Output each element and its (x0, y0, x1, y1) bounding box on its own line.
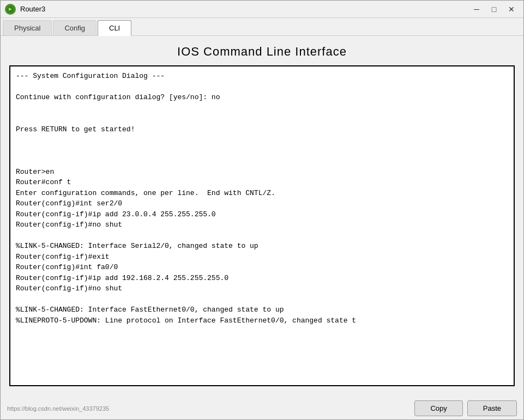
app-icon (5, 4, 16, 15)
title-bar: Router3 ─ □ ✕ (1, 1, 523, 18)
close-button[interactable]: ✕ (504, 3, 519, 15)
bottom-bar: https://blog.csdn.net/weixin_43379235 Co… (1, 395, 523, 419)
cli-title: IOS Command Line Interface (9, 45, 515, 59)
tab-bar: Physical Config CLI (1, 18, 523, 36)
tab-cli[interactable]: CLI (98, 20, 131, 36)
copy-button[interactable]: Copy (414, 400, 462, 416)
tab-physical[interactable]: Physical (3, 20, 52, 35)
action-buttons: Copy Paste (414, 400, 517, 416)
minimize-button[interactable]: ─ (469, 3, 484, 15)
terminal-output[interactable]: --- System Configuration Dialog --- Cont… (9, 65, 515, 386)
terminal-text: --- System Configuration Dialog --- Cont… (16, 71, 508, 326)
window-title: Router3 (20, 5, 469, 13)
maximize-button[interactable]: □ (486, 3, 502, 15)
main-content: IOS Command Line Interface --- System Co… (1, 36, 523, 395)
paste-button[interactable]: Paste (467, 400, 517, 416)
tab-config[interactable]: Config (53, 20, 97, 35)
footer-url: https://blog.csdn.net/weixin_43379235 (7, 405, 109, 412)
main-window: Router3 ─ □ ✕ Physical Config CLI IOS Co… (0, 0, 524, 420)
window-controls: ─ □ ✕ (469, 3, 519, 15)
